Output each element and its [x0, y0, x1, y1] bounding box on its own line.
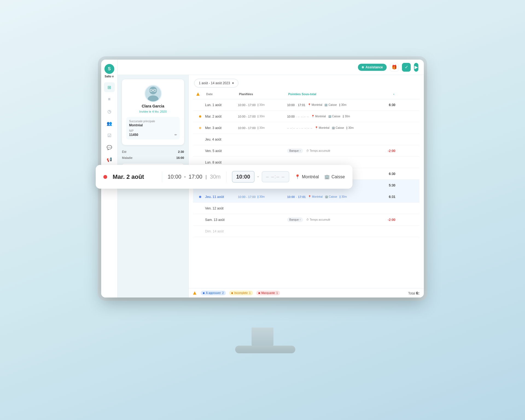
incomplete-badge: Incomplete 1	[229, 291, 253, 295]
break-sm: ‖ 30m	[346, 126, 354, 129]
branch-label: Succursale principale	[129, 120, 177, 123]
float-plan-dash: -	[184, 174, 186, 180]
profile-name: Clara Garcia	[142, 104, 164, 108]
nip-label: NIP	[129, 129, 177, 132]
accumulated-badge: ⏱ Temps accumulé	[306, 218, 330, 221]
gift-icon-button[interactable]: 🎁	[390, 63, 399, 72]
location-badge: 📍 Montréal	[311, 115, 326, 118]
break-icon: ‖ 30m	[257, 126, 265, 129]
break-sm: ‖ 30m	[339, 195, 347, 198]
plan-mer3: 10:00 - 17:00 ‖ 30m	[238, 126, 287, 130]
th-date: Date	[205, 91, 238, 97]
plan-jeu11: 10:00 - 17:00 ‖ 30m	[238, 195, 287, 199]
table-row: Ven. 12 août	[193, 203, 419, 214]
break-icon: ‖ 30m	[257, 195, 265, 198]
float-pointed-end[interactable]: – –:– –	[262, 171, 289, 182]
profile-card: Clara Garcia Invitée le 4 fév. 2020 Succ…	[122, 79, 184, 145]
location-badge: 📍 Montréal	[308, 103, 322, 106]
date-lun8: Lun. 8 août	[205, 161, 238, 164]
break-icon: ‖ 30m	[257, 103, 265, 106]
table-row: Sam. 13 août Banque ↑ ⏱ Temps accumulé -…	[193, 214, 419, 226]
branch-value: Montréal	[129, 123, 177, 127]
date-filter-row: 1 août - 14 août 2023 ▾	[189, 75, 424, 90]
nip-value: 11450 ✏	[129, 133, 177, 137]
missing-badge: Manquante 1	[256, 291, 280, 295]
th-planned: Planifiées	[238, 91, 287, 97]
date-dim14: Dim. 14 août	[205, 229, 238, 233]
bank-negative-val: -2:00	[388, 149, 395, 153]
approve-dot	[203, 292, 205, 294]
sidebar-item-announce[interactable]: 📢	[104, 154, 115, 164]
date-jeu11: Jeu. 11 août	[205, 195, 238, 199]
assistance-label: Assistance	[366, 65, 383, 69]
stand-neck	[252, 328, 273, 347]
ete-stat: Été 2:30	[122, 149, 184, 154]
table-row: Dim. 14 août	[193, 226, 419, 237]
location-pin-icon: 📍	[295, 174, 300, 179]
subtotal-lun1: 6:30	[389, 103, 395, 107]
avatar	[144, 85, 162, 102]
approve-badge: À approuver 2	[201, 291, 226, 295]
sidebar-item-home[interactable]: ⊞	[104, 82, 115, 92]
sidebar-item-clock[interactable]: ◷	[104, 106, 115, 116]
bank-badge: Banque ↑	[287, 217, 303, 222]
sidebar-item-users[interactable]: 👥	[104, 118, 115, 128]
approve-count: 2	[222, 291, 224, 294]
float-status-dot	[103, 175, 107, 179]
th-pointed: Pointées ‹ Sous-total	[287, 91, 395, 97]
table-header: Date Planifiées Pointées ‹ Sous-total	[193, 90, 419, 99]
profile-branch-detail: Succursale principale Montréal NIP 11450…	[126, 117, 180, 139]
date-ven5: Ven. 5 août	[205, 149, 238, 153]
date-ven12: Ven. 12 août	[205, 206, 238, 210]
float-plan-start: 10:00	[168, 174, 181, 180]
app-logo: S	[104, 64, 114, 74]
table-row: Mer. 3 août 10:00 - 17:00 ‖ 30m – –:– – …	[193, 122, 419, 134]
total-value: 6:	[416, 291, 419, 295]
missing-label: Manquante	[261, 291, 275, 294]
more-icon-button[interactable]: ▶	[414, 63, 418, 72]
schedule-table: Date Planifiées Pointées ‹ Sous-total L	[189, 90, 424, 288]
pointed-lun1: 10:00 - 17:01 📍 Montréal 🏢 Caisse ‖ 30m …	[287, 103, 395, 107]
sidebar-item-list[interactable]: ≡	[104, 94, 115, 104]
plan-lun1: 10:00 - 17:00 ‖ 30m	[238, 103, 287, 107]
approve-label: À approuver	[206, 291, 221, 294]
table-row: Jeu. 11 août 10:00 - 17:00 ‖ 30m 10:00 -…	[193, 191, 419, 203]
assistance-button[interactable]: Assistance	[358, 64, 387, 71]
edit-nip-icon[interactable]: ✏	[174, 133, 177, 137]
pointed-mar2: 10:00 - – –:– – 📍 Montréal 🏢 Caisse ‖ 30…	[287, 115, 395, 118]
break-sm: ‖ 30m	[339, 103, 346, 106]
sidebar-item-chat[interactable]: 💬	[104, 142, 115, 152]
sidebar-item-check[interactable]: ☑	[104, 130, 115, 140]
pointed-mer3: – –:– – - – –:– – 📍 Montréal 🏢 Caisse ‖ …	[287, 126, 395, 130]
missing-dot	[258, 292, 260, 294]
date-sam13: Sam. 13 août	[205, 218, 238, 222]
back-icon[interactable]: ‹	[393, 92, 394, 96]
chevron-down-icon: ▾	[232, 81, 234, 85]
stats-section: Été 2:30 Maladie 16:00	[122, 149, 184, 160]
table-row: Jeu. 4 août	[193, 134, 419, 145]
total-label: Total 6:	[408, 291, 419, 295]
pointed-jeu11: 10:00 - 17:01 📍 Montréal 🏢 Caisse ‖ 30m …	[287, 195, 395, 199]
check-icon-button[interactable]: ✓	[402, 63, 411, 72]
float-pointed-start[interactable]: 10:00	[232, 171, 255, 183]
float-dept-val: Caisse	[331, 174, 345, 179]
date-mer3: Mer. 3 août	[205, 126, 238, 130]
dept-badge: 🏢 Caisse	[324, 103, 337, 106]
date-filter-button[interactable]: 1 août - 14 août 2023 ▾	[194, 79, 238, 88]
app-brand[interactable]: Salto ∨	[105, 75, 114, 78]
float-location-val: Montréal	[302, 174, 319, 179]
bottom-bar: À approuver 2 Incomplete 1 Manquante 1	[189, 288, 424, 298]
incomplete-dot	[231, 292, 233, 294]
float-dept: 🏢 Caisse	[324, 174, 345, 179]
incomplete-label: Incomplete	[234, 291, 248, 294]
th-warning	[195, 91, 205, 97]
warning-header-icon	[196, 92, 200, 96]
assistance-dot	[362, 66, 364, 68]
svg-point-1	[148, 95, 159, 101]
dept-badge: 🏢 Caisse	[328, 115, 340, 118]
subtotal-mar9: 6:30	[389, 172, 395, 176]
bank-badge: Banque ↑	[287, 148, 303, 153]
pointed-ven5: Banque ↑ ⏱ Temps accumulé -2:00	[287, 148, 395, 153]
float-plan-end: 17:00	[189, 174, 202, 180]
monitor-stand	[235, 328, 290, 360]
